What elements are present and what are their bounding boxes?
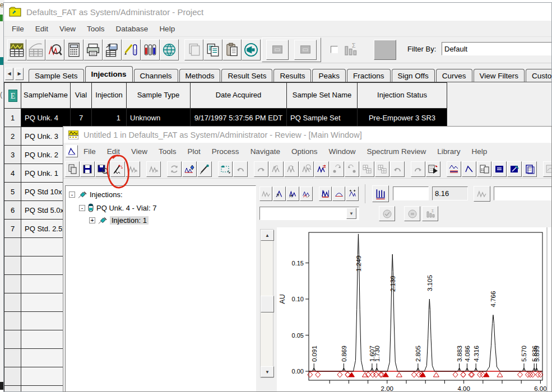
zoom-peaks-button[interactable] [286, 186, 299, 201]
tab-view-filters[interactable]: View Filters [474, 69, 525, 82]
refresh-button[interactable] [167, 161, 182, 177]
integrate-button[interactable] [182, 161, 197, 177]
tree-item-label[interactable]: PQ Unk. 4 - Vial: 7 [96, 204, 156, 212]
tab-scroll-right-button[interactable]: ▶ [15, 68, 24, 80]
tab-injections[interactable]: Injections [85, 66, 133, 82]
review-menu-window[interactable]: Window [323, 145, 361, 158]
paste-button[interactable] [222, 39, 242, 60]
row-number[interactable] [4, 367, 21, 386]
process-run-button[interactable] [426, 161, 440, 177]
tab-result-sets[interactable]: Result Sets [221, 69, 272, 82]
row-number[interactable]: 6 [4, 201, 21, 220]
row-number[interactable]: 1 [4, 109, 21, 127]
tree-item-label[interactable]: Injections: [90, 190, 123, 199]
chromatogram-plot[interactable]: 0.000.050.100.15AU2.004.006.000.0910.869… [277, 225, 552, 392]
chart-gray-button[interactable] [543, 161, 552, 177]
pages-button[interactable] [184, 39, 203, 60]
open-window-2-button[interactable] [294, 40, 317, 60]
preview-button[interactable] [45, 39, 64, 60]
stacked-plot-button[interactable] [372, 185, 389, 202]
row-number[interactable] [4, 293, 21, 312]
column-header-sample-type[interactable]: Sample Type [127, 83, 191, 109]
expand-icon[interactable]: + [89, 217, 95, 223]
row-number[interactable] [4, 238, 21, 256]
tab-curves[interactable]: Curves [436, 69, 472, 82]
scale-value-field[interactable]: 8.16 [432, 186, 468, 200]
row-number[interactable]: 4 [4, 164, 21, 183]
process-wand-button[interactable] [110, 161, 125, 177]
sign-off-button[interactable] [122, 39, 141, 60]
review-button[interactable] [7, 39, 26, 60]
web-button[interactable] [160, 39, 179, 60]
drop-undo-button[interactable] [330, 161, 344, 177]
redo-button[interactable] [254, 161, 268, 177]
next-peaks-button[interactable] [126, 161, 140, 177]
tab-fractions[interactable]: Fractions [347, 69, 391, 82]
column-header-sample-set-name[interactable]: Sample Set Name [287, 83, 358, 109]
table-cell[interactable]: Pre-Empower 3 SR3 [358, 109, 447, 127]
annotate-button[interactable] [507, 161, 522, 177]
channel-combobox[interactable]: ▼ [259, 207, 359, 220]
zoom-in-peak-button[interactable] [273, 186, 286, 201]
zoom-custom-button[interactable] [300, 186, 313, 201]
menu-tools[interactable]: Tools [81, 22, 110, 35]
save-find-button[interactable] [95, 161, 110, 177]
copy-fields-button[interactable] [360, 161, 374, 177]
table-cell[interactable]: Unknown [127, 109, 191, 127]
row-number[interactable] [4, 275, 21, 293]
tree-item-injection-1[interactable]: + Injection: 1 [89, 216, 149, 225]
full-scale-button[interactable] [346, 186, 359, 201]
menu-help[interactable]: Help [154, 22, 180, 35]
scroll-thumb[interactable] [261, 296, 274, 312]
scroll-down-button[interactable]: ▼ [261, 366, 274, 377]
row-number[interactable]: 3 [4, 146, 21, 164]
blank-gray-button[interactable] [374, 40, 396, 60]
swap-fields-button[interactable] [375, 161, 389, 177]
table-cell[interactable]: 9/17/1997 5:37:56 PM EDT [191, 109, 287, 127]
review-menu-help[interactable]: Help [466, 145, 493, 158]
tab-sign-offs[interactable]: Sign Offs [392, 69, 435, 82]
menu-database[interactable]: Database [110, 22, 154, 35]
row-number[interactable]: 7 [4, 220, 21, 238]
copy-sheet-button[interactable] [65, 161, 80, 177]
save-button[interactable] [80, 161, 95, 177]
tab-methods[interactable]: Methods [179, 69, 221, 82]
results-calc-button[interactable] [477, 161, 491, 177]
tab-scroll-left-button[interactable]: ◀ [5, 68, 13, 80]
chevron-down-icon[interactable]: ▼ [346, 208, 356, 219]
collapse-icon[interactable]: - [79, 205, 85, 211]
broadcast-button[interactable] [242, 39, 261, 60]
overlay-button[interactable] [447, 161, 461, 177]
copy-button[interactable] [203, 39, 222, 60]
offset-input[interactable] [494, 186, 552, 200]
project-titlebar[interactable]: Defaults_FAT as System/Administrator - P… [4, 3, 551, 21]
review-menu-tools[interactable]: Tools [153, 145, 182, 158]
tab-results[interactable]: Results [273, 69, 311, 82]
calibration-curve-button[interactable] [26, 39, 45, 60]
row-number[interactable]: 2 [4, 127, 21, 146]
zoom-all-button[interactable] [259, 186, 272, 201]
menu-view[interactable]: View [54, 22, 81, 35]
prev-peaks-button[interactable] [146, 161, 161, 177]
undo-button[interactable] [233, 161, 248, 177]
review-menu-library[interactable]: Library [432, 145, 466, 158]
undo-zoom-button[interactable] [269, 161, 284, 177]
calculator-button[interactable] [64, 39, 84, 60]
undo-all-button[interactable] [390, 161, 405, 177]
redo-zoom-button[interactable] [284, 161, 299, 177]
zoom-history-button[interactable] [299, 161, 314, 177]
compare-checkbox[interactable] [331, 46, 338, 53]
row-number[interactable]: 5 [4, 183, 21, 201]
table-cell[interactable]: PQ Sample Set [287, 109, 358, 127]
review-menu-process[interactable]: Process [206, 145, 245, 158]
row-number[interactable] [4, 349, 21, 367]
tab-peaks[interactable]: Peaks [312, 69, 346, 82]
collapse-icon[interactable]: - [69, 192, 75, 198]
tree-item-sample[interactable]: - PQ Unk. 4 - Vial: 7 [79, 203, 156, 212]
menu-edit[interactable]: Edit [30, 22, 54, 35]
review-menu-edit[interactable]: Edit [101, 145, 126, 158]
table-cell[interactable]: PQ Unk. 4 [21, 109, 71, 127]
column-header-samplename[interactable]: SampleName [21, 83, 71, 109]
print-button[interactable] [84, 39, 103, 60]
table-cell[interactable]: 1 [92, 109, 127, 127]
